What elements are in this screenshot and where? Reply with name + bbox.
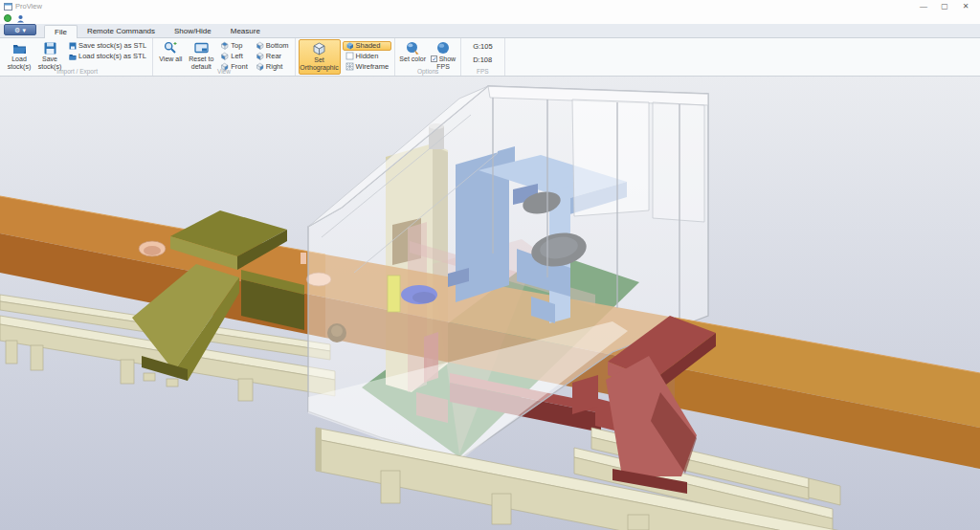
quick-access-icon[interactable] — [16, 14, 25, 23]
gear-icon: ⚙ — [14, 27, 20, 33]
group-label: FPS — [461, 68, 503, 75]
display-fps-value: D:108 — [473, 55, 492, 64]
caret-down-icon: ▾ — [22, 27, 26, 33]
group-display: Set Orthographic Shaded Hidden — [296, 38, 396, 76]
ortho-cube-icon — [312, 41, 326, 56]
group-label: Import / Export — [2, 68, 152, 75]
view-all-button[interactable]: View all — [156, 39, 185, 63]
set-color-button[interactable]: Set color — [398, 39, 427, 63]
set-orthographic-button[interactable]: Set Orthographic — [299, 39, 341, 75]
group-import-export: Load stock(s) Save stock(s) Sav — [2, 38, 153, 76]
group-options: Set color ✓ Show FPS Options — [395, 38, 461, 76]
viewport-3d[interactable] — [0, 77, 980, 530]
wireframe-button[interactable]: Wireframe — [343, 62, 392, 72]
reset-view-button[interactable]: Reset to default — [187, 39, 215, 71]
cube-bottom-icon — [256, 41, 264, 50]
fps-sphere-icon — [436, 40, 450, 55]
hidden-box-icon — [345, 52, 354, 60]
wireframe-box-icon — [345, 62, 354, 71]
tab-file[interactable]: File — [44, 25, 78, 38]
view-front-button[interactable]: Left — [217, 52, 251, 61]
shaded-cube-icon — [345, 41, 354, 50]
cube-rear-icon — [256, 52, 264, 60]
status-dot-icon[interactable] — [4, 14, 11, 22]
color-sphere-icon — [406, 40, 420, 55]
magnifier-icon — [164, 40, 177, 55]
maximize-button[interactable]: ▢ — [934, 1, 955, 12]
load-stl-button[interactable]: Load stock(s) as STL — [66, 52, 149, 61]
show-fps-checkbox[interactable]: ✓ — [431, 55, 437, 62]
save-icon — [44, 40, 56, 55]
view-bottom-button[interactable]: Bottom — [253, 41, 292, 51]
app-icon — [4, 3, 12, 11]
group-view: View all Reset to default — [153, 38, 295, 76]
monitor-icon — [194, 40, 209, 55]
ribbon: Load stock(s) Save stock(s) Sav — [0, 38, 980, 77]
view-top-button[interactable]: Top — [217, 41, 251, 51]
title-bar: ProView — ▢ ✕ — [0, 0, 980, 12]
quick-access-toolbar — [0, 12, 980, 24]
gpu-fps-value: G:105 — [473, 42, 492, 51]
cube-front-icon — [220, 52, 229, 60]
window-title: ProView — [15, 2, 42, 11]
app-menu-button[interactable]: ⚙ ▾ — [4, 24, 36, 35]
show-fps-button[interactable]: ✓ Show FPS — [429, 39, 457, 71]
group-label: View — [153, 68, 294, 75]
tab-measure[interactable]: Measure — [221, 25, 270, 37]
load-stl-icon — [69, 53, 77, 60]
cube-top-icon — [220, 41, 229, 50]
minimize-button[interactable]: — — [913, 1, 934, 12]
tab-remote-commands[interactable]: Remote Commands — [78, 25, 165, 37]
save-stl-icon — [69, 42, 77, 50]
group-label: Options — [395, 68, 460, 75]
ribbon-tab-row: ⚙ ▾ File Remote Commands Show/Hide Measu… — [0, 24, 980, 38]
folder-open-icon — [12, 40, 27, 55]
proview-window: ProView — ▢ ✕ ⚙ ▾ File Remote Commands S… — [0, 0, 980, 530]
load-stocks-button[interactable]: Load stock(s) — [5, 39, 33, 71]
save-stl-button[interactable]: Save stock(s) as STL — [66, 41, 149, 51]
group-fps: G:105 D:108 FPS — [461, 38, 504, 76]
hidden-button[interactable]: Hidden — [343, 52, 392, 61]
close-button[interactable]: ✕ — [955, 1, 976, 12]
shaded-button[interactable]: Shaded — [343, 41, 392, 51]
tab-show-hide[interactable]: Show/Hide — [165, 25, 221, 37]
save-stocks-button[interactable]: Save stock(s) — [35, 39, 64, 71]
view-rear-button[interactable]: Rear — [253, 52, 292, 61]
